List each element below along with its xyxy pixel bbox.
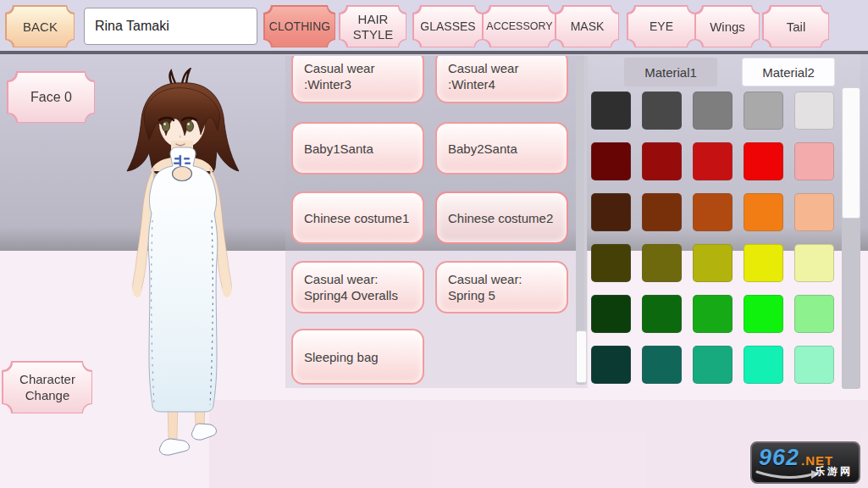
color-swatch[interactable] [642, 142, 682, 180]
tab-hair-style[interactable]: HAIR STYLE [340, 7, 406, 47]
character-change-button[interactable]: Character Change [3, 363, 91, 413]
clothing-item-spring4-overalls[interactable]: Casual wear: Spring4 Overalls [291, 261, 424, 313]
color-swatch[interactable] [591, 346, 631, 384]
color-swatch[interactable] [744, 92, 783, 130]
color-swatch[interactable] [642, 193, 682, 231]
color-swatch[interactable] [744, 193, 783, 231]
tab-eye[interactable]: EYE [628, 7, 694, 47]
face-button-label: Face 0 [30, 90, 72, 105]
clothing-list-panel: Casual wear :Winter3 Casual wear :Winter… [285, 56, 588, 388]
watermark-caption: 乐游网 [815, 464, 853, 479]
color-swatch-grid [591, 92, 834, 384]
top-bar: BACK CLOTHING HAIR STYLE GLASSES ACCESSO… [0, 0, 868, 51]
color-swatch[interactable] [693, 244, 733, 282]
clothing-item-chinese-costume2[interactable]: Chinese costume2 [435, 191, 568, 244]
color-swatch[interactable] [744, 295, 783, 333]
color-swatch[interactable] [591, 244, 631, 282]
color-swatch[interactable] [642, 295, 682, 333]
clothing-item-baby1santa[interactable]: Baby1Santa [291, 122, 424, 175]
clothing-item-sleeping-bag[interactable]: Sleeping bag [291, 329, 424, 385]
color-swatch[interactable] [642, 346, 682, 384]
face-button[interactable]: Face 0 [8, 73, 94, 122]
character-change-label: Character Change [19, 372, 75, 404]
color-swatch[interactable] [642, 244, 682, 282]
color-swatch[interactable] [693, 92, 733, 130]
tab-tail[interactable]: Tail [764, 7, 828, 47]
color-swatch[interactable] [591, 193, 631, 231]
color-swatch[interactable] [794, 193, 834, 231]
color-swatch[interactable] [693, 193, 733, 231]
color-swatch[interactable] [744, 142, 783, 180]
color-swatch[interactable] [744, 244, 783, 282]
color-swatch[interactable] [794, 346, 834, 384]
color-swatch[interactable] [642, 92, 682, 130]
tab-clothing[interactable]: CLOTHING [265, 7, 334, 47]
character-name-input[interactable] [84, 8, 257, 45]
clothing-item-baby2santa[interactable]: Baby2Santa [435, 122, 568, 175]
tab-mask[interactable]: MASK [556, 7, 618, 47]
material2-tab[interactable]: Material2 [742, 58, 835, 86]
clothing-item-winter4[interactable]: Casual wear :Winter4 [435, 56, 568, 103]
color-swatch[interactable] [794, 92, 834, 130]
color-panel-scrollbar-thumb[interactable] [842, 87, 860, 219]
tab-wings[interactable]: Wings [696, 7, 759, 47]
color-swatch[interactable] [591, 142, 631, 180]
watermark-swoosh [755, 469, 821, 484]
app-root: Face 0 Character Change Casual wear :Win… [0, 0, 868, 488]
color-swatch[interactable] [794, 295, 834, 333]
character-preview [76, 68, 263, 462]
color-swatch[interactable] [591, 92, 631, 130]
material1-tab[interactable]: Material1 [624, 58, 717, 86]
watermark-962net: 962 .NET 乐游网 [750, 441, 860, 484]
color-swatch[interactable] [693, 346, 733, 384]
color-swatch[interactable] [794, 244, 834, 282]
color-swatch[interactable] [591, 295, 631, 333]
color-swatch[interactable] [744, 346, 783, 384]
watermark-brand: 962 [759, 445, 799, 471]
back-button[interactable]: BACK [7, 7, 74, 47]
color-panel-scrollbar[interactable] [842, 87, 860, 389]
clothing-item-spring5[interactable]: Casual wear: Spring 5 [435, 261, 568, 313]
color-swatch[interactable] [794, 142, 834, 180]
clothing-item-chinese-costume1[interactable]: Chinese costume1 [291, 191, 424, 244]
material-color-panel: Material1 Material2 [584, 54, 860, 390]
tab-glasses[interactable]: GLASSES [414, 7, 482, 47]
tab-accessory[interactable]: ACCESSORY [484, 7, 556, 47]
clothing-item-winter3[interactable]: Casual wear :Winter3 [291, 56, 424, 103]
color-swatch[interactable] [693, 142, 733, 180]
color-swatch[interactable] [693, 295, 733, 333]
